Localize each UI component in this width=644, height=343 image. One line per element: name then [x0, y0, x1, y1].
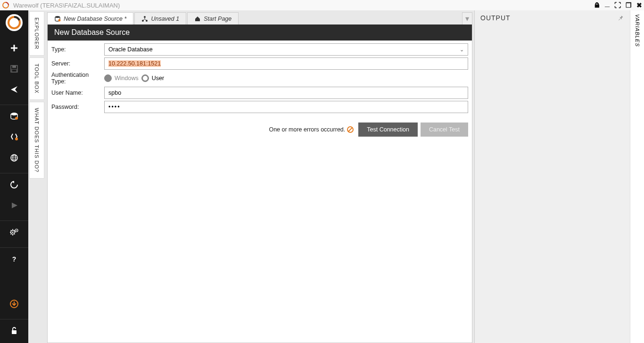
test-connection-button[interactable]: Test Connection	[358, 122, 418, 137]
database-source-form: Type: Oracle Database ⌄ Server: 10.222.5…	[48, 41, 472, 118]
auth-user-radio[interactable]	[141, 74, 149, 82]
close-button[interactable]: ✖	[636, 1, 642, 9]
svg-point-13	[16, 230, 17, 231]
maximize-button[interactable]: ⛶	[614, 1, 621, 9]
auth-type-label: Authentication Type:	[51, 72, 104, 85]
server-value: 10.222.50.181:1521	[108, 60, 161, 67]
server-label: Server:	[51, 60, 104, 67]
tab-label: Start Page	[204, 16, 231, 22]
password-label: Password:	[51, 104, 104, 110]
whatdoes-panel-tab[interactable]: WHAT DOES THIS DO?	[29, 102, 44, 179]
svg-point-11	[12, 232, 14, 233]
toolbox-label: TOOL BOX	[34, 58, 40, 99]
explorer-panel-tab[interactable]: EXPLORER	[29, 11, 44, 56]
left-sidebar: ?	[0, 10, 28, 343]
scheduler-icon[interactable]	[0, 176, 28, 193]
tab-label: New Database Source *	[64, 16, 126, 22]
svg-rect-3	[12, 65, 16, 68]
button-row: One or more errors occurred. Test Connec…	[48, 122, 472, 140]
card-header: New Database Source	[48, 24, 472, 41]
plugin-source-icon[interactable]	[0, 129, 28, 146]
chevron-down-icon: ⌄	[460, 47, 464, 53]
web-source-icon[interactable]	[0, 149, 28, 166]
svg-point-6	[15, 117, 18, 120]
output-panel: OUTPUT 📌︎	[474, 10, 630, 343]
type-select[interactable]: Oracle Database ⌄	[104, 43, 468, 56]
toolbox-panel-tab[interactable]: TOOL BOX	[29, 57, 44, 100]
minimize-button[interactable]: _	[605, 0, 610, 8]
database-icon	[54, 16, 61, 22]
password-input[interactable]: ••••	[104, 101, 468, 113]
help-icon[interactable]: ?	[0, 251, 28, 268]
lock-icon[interactable]: 🔒︎	[594, 1, 600, 9]
main-content: New Database Source * Unsaved 1 Start Pa…	[45, 10, 474, 343]
type-label: Type:	[51, 46, 104, 53]
type-value: Oracle Database	[108, 46, 153, 53]
workflow-icon	[141, 16, 148, 22]
server-input[interactable]: 10.222.50.181:1521	[104, 57, 468, 70]
collapsed-panels: EXPLORER TOOL BOX WHAT DOES THIS DO?	[28, 10, 45, 343]
error-text: One or more errors occurred.	[269, 126, 345, 133]
auth-windows-label: Windows	[115, 75, 139, 82]
username-label: User Name:	[51, 90, 104, 96]
svg-text:?: ?	[12, 255, 17, 263]
download-icon[interactable]	[0, 295, 28, 312]
unlock-icon[interactable]	[0, 322, 28, 339]
pin-icon[interactable]: 📌︎	[618, 15, 624, 22]
error-message: One or more errors occurred.	[269, 126, 354, 133]
restore-button[interactable]: ❐	[626, 1, 632, 9]
tabs-overflow-button[interactable]: ▾	[462, 12, 472, 24]
auth-windows-radio[interactable]	[104, 74, 112, 82]
title-bar: Warewolf (TERAS\FAIZAL.SULAIMAN) 🔒︎ _ ⛶ …	[0, 0, 644, 10]
database-source-icon[interactable]	[0, 108, 28, 125]
svg-rect-4	[12, 69, 17, 72]
save-icon[interactable]	[0, 60, 28, 77]
home-icon	[194, 16, 201, 22]
svg-rect-16	[12, 330, 17, 334]
svg-point-17	[55, 16, 60, 18]
svg-point-5	[11, 113, 17, 115]
output-header: OUTPUT 📌︎	[475, 10, 630, 25]
svg-point-19	[144, 16, 146, 18]
window-title: Warewolf (TERAS\FAIZAL.SULAIMAN)	[13, 2, 594, 9]
error-icon	[347, 126, 354, 133]
database-source-card: New Database Source Type: Oracle Databas…	[47, 24, 472, 343]
deploy-icon[interactable]	[0, 81, 28, 98]
password-value: ••••	[108, 104, 121, 110]
whatdoes-label: WHAT DOES THIS DO?	[34, 102, 40, 178]
tab-unsaved-1[interactable]: Unsaved 1	[134, 12, 186, 24]
svg-point-7	[15, 138, 18, 140]
svg-point-18	[58, 19, 61, 21]
variables-panel-tab[interactable]: VARIABLES	[630, 10, 644, 343]
warewolf-logo-icon[interactable]	[6, 14, 23, 31]
output-title: OUTPUT	[480, 14, 511, 22]
tab-label: Unsaved 1	[151, 16, 179, 22]
new-icon[interactable]	[0, 40, 28, 57]
variables-label: VARIABLES	[635, 14, 640, 47]
settings-icon[interactable]	[0, 224, 28, 241]
document-tabs: New Database Source * Unsaved 1 Start Pa…	[45, 10, 474, 24]
auth-user-label: User	[152, 75, 164, 82]
debug-icon[interactable]	[0, 197, 28, 214]
tab-new-database-source[interactable]: New Database Source *	[47, 12, 133, 24]
username-input[interactable]	[104, 87, 468, 99]
window-buttons: 🔒︎ _ ⛶ ❐ ✖	[594, 0, 642, 10]
app-logo-icon	[2, 1, 9, 9]
tab-start-page[interactable]: Start Page	[187, 12, 239, 24]
cancel-test-button: Cancel Test	[421, 122, 468, 137]
explorer-label: EXPLORER	[34, 12, 40, 55]
